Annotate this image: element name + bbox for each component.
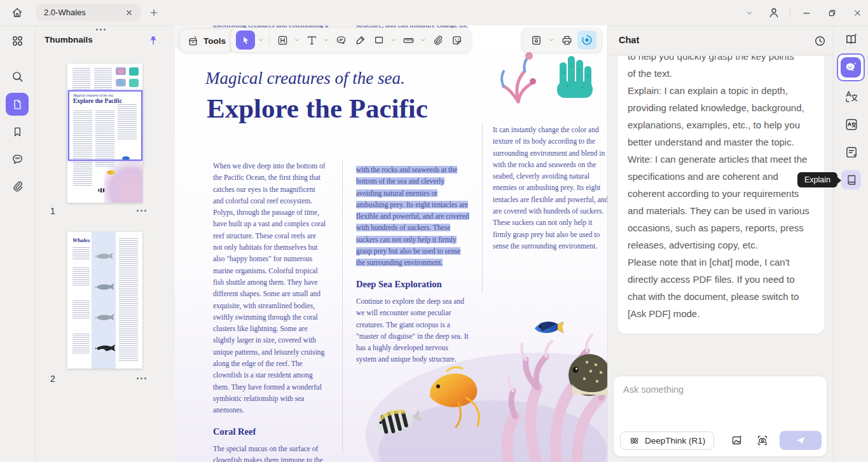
window-menu-chevron-icon[interactable] [740,6,758,20]
deepthink-toggle-button[interactable]: DeepThink (R1) [620,431,714,450]
new-tab-button[interactable] [147,6,161,20]
explain-tooltip: Explain [797,172,837,187]
translate-icon[interactable] [844,89,859,104]
comments-icon[interactable] [6,147,29,170]
document-tab[interactable]: 2.0-Whales [36,4,141,21]
right-toolbar [522,28,602,52]
deepthink-label: DeepThink (R1) [645,436,705,445]
app-grid-icon[interactable] [6,29,29,52]
ai-chat-selected-button[interactable] [837,53,865,81]
screenshot-icon[interactable] [754,432,771,449]
doc-column-1: When we dive deep into the bottom of the… [213,160,327,462]
restore-window-button[interactable] [823,5,841,20]
thumb2-text-lines [119,238,138,362]
minimize-button[interactable] [797,6,815,20]
thumb2-whale-3 [94,313,116,324]
thumb1-text-lines [72,68,90,90]
close-window-button[interactable] [848,5,866,20]
thumb1-coral-mini [129,67,139,76]
selected-text: with the rocks and seaweeds at the botto… [356,166,469,266]
titlebar-divider [790,8,790,18]
thumb1-text-lines [94,68,112,90]
search-icon[interactable] [6,65,29,88]
panel-drag-handle[interactable] [96,29,106,31]
tab-title: 2.0-Whales [44,8,123,17]
thumbnails-panel: Thumbnails Magical creatures of the sea.… [35,25,176,462]
page-1-thumbnail[interactable]: Magical creatures of the sea. Explore th… [67,64,142,203]
image-generate-icon[interactable] [729,432,745,449]
chat-title: Chat [619,35,639,45]
ai-chat-icon [841,57,861,78]
doc-heading-deep-sea: Deep Sea Exploration [356,278,470,290]
text-tool-chevron-icon[interactable] [322,33,331,47]
shape-tool-chevron-icon[interactable] [389,33,398,47]
thumb2-text-lines [72,247,90,260]
clipped-message-line: to help you quickly grasp the key points [628,56,814,65]
right-icon-rail [833,25,868,462]
tools-icon [187,35,199,47]
column-divider [482,122,483,292]
bookmarks-icon[interactable] [6,120,29,143]
tab-close-icon[interactable] [123,6,135,19]
heading-tool-chevron-icon[interactable] [293,33,301,47]
thumb1-coral-mini [116,67,126,75]
attachments-icon[interactable] [6,175,29,198]
page-1-more-button[interactable] [137,210,146,212]
select-tool-button[interactable] [236,31,255,50]
page-2-label: 2 [50,374,55,384]
doc-subtitle: Magical creatures of the sea. [205,69,405,88]
thumb2-whale-4 [94,344,117,355]
shape-tool-button[interactable] [370,31,388,49]
send-button[interactable] [780,431,822,450]
measure-tool-button[interactable] [399,31,417,49]
thumbnails-title: Thumbnails [45,35,93,44]
main-toolbar [231,28,471,52]
doc-paragraph: The special mucus on the surface of clow… [213,443,327,462]
select-tool-chevron-icon[interactable] [256,33,265,47]
explain-book-button[interactable] [841,170,861,189]
home-button[interactable] [9,4,25,21]
chat-header: Chat [608,25,834,55]
chat-input[interactable]: Ask something [623,384,684,395]
chat-panel: Chat to help you quickly grasp the key p… [607,25,834,462]
comment-tool-button[interactable] [332,31,350,49]
left-icon-rail [0,25,36,462]
measure-tool-chevron-icon[interactable] [418,33,427,47]
account-button[interactable] [765,4,783,22]
book-icon [845,173,858,186]
thumb2-whale-2 [94,283,116,294]
translate-page-icon[interactable] [844,117,859,132]
heading-tool-button[interactable] [273,31,291,49]
summarize-icon[interactable] [844,145,859,160]
scan-tool-chevron-icon[interactable] [547,33,556,47]
page-2-more-button[interactable] [137,377,146,379]
chat-message-list: to help you quickly grasp the key points… [608,56,834,376]
toolbar-separator [269,34,270,46]
thumb1-viewport-rect[interactable] [68,90,142,161]
pin-panel-icon[interactable] [146,33,161,48]
tools-button[interactable]: Tools [180,29,233,52]
attach-tool-button[interactable] [429,31,446,49]
doc-title: Explore the Pacific [207,93,428,124]
thumbnails-panel-icon[interactable] [6,93,29,116]
reading-notes-icon[interactable] [844,32,859,47]
page-2-thumbnail[interactable]: Whales [67,232,142,369]
doc-paragraph: It can instantly change the color and te… [493,124,607,252]
chat-input-card: Ask something DeepThink (R1) [613,376,827,457]
print-button[interactable] [558,31,575,49]
thumb1-fish-mini [107,170,115,175]
title-bar: 2.0-Whales [0,0,868,26]
ai-assistant-button[interactable] [577,31,596,50]
chat-history-icon[interactable] [811,32,828,49]
doc-heading-coral-reef: Coral Reef [213,426,327,437]
home-icon [11,6,24,19]
doc-column-3: It can instantly change the color and te… [493,124,607,252]
scan-tool-button[interactable] [527,31,545,49]
pdf-editor-window: 2.0-Whales [0,0,868,462]
send-plane-icon [795,435,806,446]
highlighter-tool-button[interactable] [351,31,369,49]
text-tool-button[interactable] [303,31,320,49]
thumb2-text-lines [72,268,90,287]
thumb2-title: Whales [72,237,90,243]
sticker-tool-button[interactable] [448,31,465,49]
